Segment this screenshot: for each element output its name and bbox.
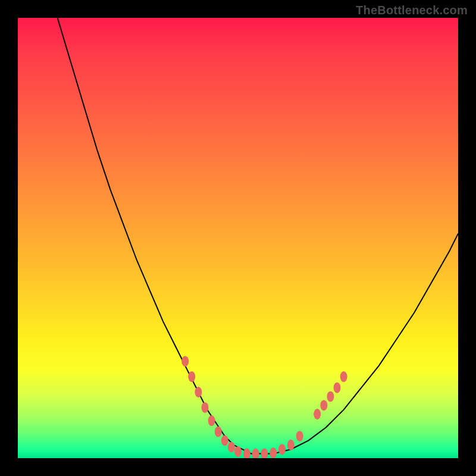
curve-marker: [228, 442, 235, 453]
curve-marker: [202, 402, 209, 413]
bottleneck-curve: [58, 18, 458, 454]
curve-marker: [208, 415, 215, 426]
curve-marker: [334, 383, 341, 393]
curve-marker: [287, 440, 295, 450]
curve-marker: [261, 449, 268, 458]
curve-marker: [252, 449, 259, 458]
curve-marker: [215, 427, 222, 437]
chart-frame: TheBottleneck.com: [0, 0, 476, 476]
curve-marker: [278, 444, 286, 455]
curve-marker: [195, 387, 202, 397]
curve-marker: [327, 391, 334, 402]
curve-marker: [188, 371, 195, 382]
brand-watermark: TheBottleneck.com: [356, 4, 468, 17]
curve-marker: [270, 447, 277, 458]
highlight-markers: [181, 356, 347, 458]
curve-marker: [221, 435, 228, 446]
curve-marker: [340, 371, 347, 382]
curve-marker: [181, 356, 189, 367]
bottleneck-curve-svg: [18, 18, 458, 458]
curve-marker: [234, 446, 242, 457]
plot-area: [18, 18, 458, 458]
curve-marker: [320, 400, 327, 411]
curve-marker: [314, 409, 321, 419]
curve-marker: [296, 431, 303, 441]
